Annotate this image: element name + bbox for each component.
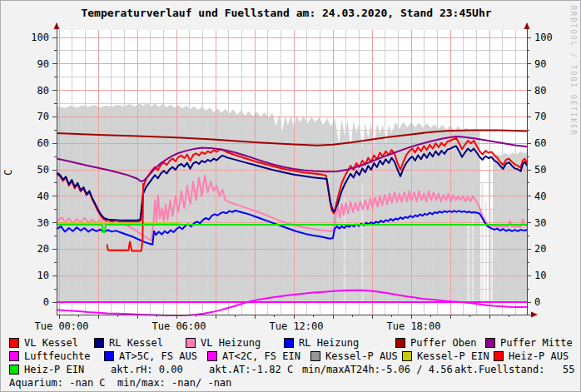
- legend-label: akt.Fuellstand: 55: [454, 364, 575, 375]
- legend-label: akt.rH: 0.00: [111, 364, 183, 375]
- rrdtool-graph-window: Temperaturverlauf und Fuellstand am: 24.…: [0, 0, 581, 392]
- legend-swatch: [104, 351, 114, 361]
- legend-label: Heiz-P AUS: [509, 350, 569, 362]
- legend-swatch: [395, 338, 405, 348]
- legend-item-rl-heizung: RL Heizung: [284, 337, 359, 348]
- legend-item-vl-kessel: VL Kessel: [9, 337, 78, 348]
- legend-label: min/maxAT24h:-5.06 / 4.56: [302, 364, 453, 375]
- legend-item-kessel-p-aus: Kessel-P AUS: [310, 350, 398, 361]
- stat-akt-rh: akt.rH: 0.00: [111, 364, 183, 375]
- legend-label: Luftfeuchte: [24, 350, 90, 362]
- legend-item-kessel-p-ein: Kessel-P EIN: [402, 350, 489, 361]
- legend: VL KesselRL KesselVL HeizungRL HeizungPu…: [1, 1, 581, 392]
- legend-label: RL Heizung: [299, 337, 359, 349]
- legend-swatch: [94, 338, 104, 348]
- legend-swatch: [310, 351, 320, 361]
- legend-swatch: [207, 351, 217, 361]
- legend-swatch: [284, 338, 294, 348]
- legend-item-rl-kessel: RL Kessel: [94, 337, 163, 348]
- legend-label: AT<2C, FS EIN: [222, 350, 300, 362]
- legend-label: VL Heizung: [201, 337, 261, 349]
- legend-swatch: [402, 351, 412, 361]
- legend-item-puffer-oben: Puffer Oben: [395, 337, 476, 348]
- legend-label: Aquarium: -nan C min/max: -nan/ -nan: [9, 377, 231, 389]
- legend-item-at-gt5: AT>5C, FS AUS: [104, 350, 197, 361]
- legend-label: Puffer Mitte: [500, 337, 573, 349]
- legend-label: Kessel-P AUS: [325, 350, 398, 362]
- legend-label: Kessel-P EIN: [417, 350, 489, 362]
- stat-akt-fuellstand: akt.Fuellstand: 55: [454, 364, 575, 375]
- legend-swatch: [9, 338, 19, 348]
- legend-label: VL Kessel: [24, 337, 78, 349]
- stat-akt-at: akt.AT:-1.82 C: [209, 364, 293, 375]
- legend-item-at-lt2: AT<2C, FS EIN: [207, 350, 300, 361]
- legend-item-puffer-mitte: Puffer Mitte: [485, 337, 573, 348]
- legend-label: Heiz-P EIN: [24, 364, 84, 375]
- stat-aquarium: Aquarium: -nan C min/max: -nan/ -nan: [9, 377, 231, 388]
- legend-item-heiz-p-aus: Heiz-P AUS: [494, 350, 569, 361]
- legend-item-vl-heizung: VL Heizung: [186, 337, 261, 348]
- legend-swatch: [494, 351, 504, 361]
- legend-swatch: [9, 365, 19, 375]
- stat-minmax-at24h: min/maxAT24h:-5.06 / 4.56: [302, 364, 453, 375]
- legend-swatch: [485, 338, 495, 348]
- legend-item-heiz-p-ein: Heiz-P EIN: [9, 364, 84, 375]
- legend-label: RL Kessel: [109, 337, 163, 349]
- legend-swatch: [9, 351, 19, 361]
- legend-swatch: [186, 338, 196, 348]
- legend-label: akt.AT:-1.82 C: [209, 364, 293, 375]
- legend-label: AT>5C, FS AUS: [119, 350, 197, 362]
- legend-label: Puffer Oben: [410, 337, 476, 349]
- legend-item-luftfeuchte: Luftfeuchte: [9, 350, 90, 361]
